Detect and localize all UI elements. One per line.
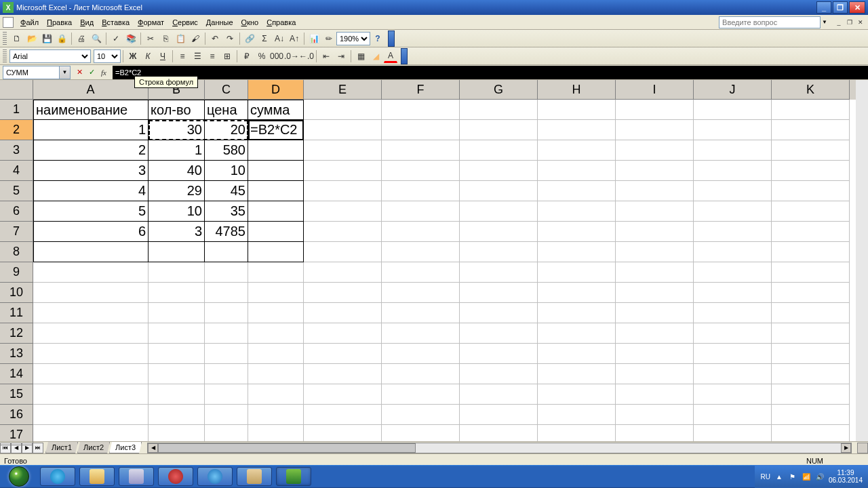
cell-K4[interactable] xyxy=(772,161,850,181)
cell-B2[interactable]: 30 xyxy=(149,120,205,140)
cell-K1[interactable] xyxy=(772,100,850,120)
row-header-12[interactable]: 12 xyxy=(0,323,33,344)
cell-I12[interactable] xyxy=(616,323,694,344)
cell-B14[interactable] xyxy=(149,364,205,384)
cell-H8[interactable] xyxy=(538,242,616,262)
col-header-D[interactable]: D xyxy=(248,80,304,100)
cell-G17[interactable] xyxy=(460,425,538,441)
cell-H6[interactable] xyxy=(538,201,616,222)
mdi-restore[interactable]: ❐ xyxy=(845,18,854,27)
row-header-13[interactable]: 13 xyxy=(0,344,33,364)
cell-H2[interactable] xyxy=(538,120,616,140)
increase-decimal-button[interactable]: .0→ xyxy=(285,49,298,63)
cell-C12[interactable] xyxy=(205,323,248,344)
cell-K11[interactable] xyxy=(772,303,850,323)
cell-I15[interactable] xyxy=(616,384,694,405)
cell-D10[interactable] xyxy=(248,283,304,303)
cell-J6[interactable] xyxy=(694,201,772,222)
menu-Файл[interactable]: Файл xyxy=(16,17,43,28)
cell-H7[interactable] xyxy=(538,222,616,242)
cell-B16[interactable] xyxy=(149,405,205,425)
autosum-button[interactable]: Σ xyxy=(258,32,271,45)
cell-H4[interactable] xyxy=(538,161,616,181)
font-name-select[interactable]: Arial xyxy=(9,49,91,63)
cell-A5[interactable]: 4 xyxy=(33,181,149,201)
sheet-tab-Лист2[interactable]: Лист2 xyxy=(77,442,110,453)
cell-D13[interactable] xyxy=(248,344,304,364)
col-header-H[interactable]: H xyxy=(538,80,616,100)
row-header-17[interactable]: 17 xyxy=(0,425,33,445)
hyperlink-button[interactable]: 🔗 xyxy=(243,32,256,45)
tray-up-icon[interactable]: ▲ xyxy=(774,472,784,481)
cell-B4[interactable]: 40 xyxy=(149,161,205,181)
toolbar-grip[interactable] xyxy=(3,32,7,45)
cell-B15[interactable] xyxy=(149,384,205,405)
cell-G2[interactable] xyxy=(460,120,538,140)
menu-Формат[interactable]: Формат xyxy=(134,17,168,28)
cell-F16[interactable] xyxy=(382,405,460,425)
cell-H15[interactable] xyxy=(538,384,616,405)
cell-B6[interactable]: 10 xyxy=(149,201,205,222)
drawing-button[interactable]: ✏ xyxy=(322,32,336,45)
cell-B5[interactable]: 29 xyxy=(149,181,205,201)
cell-J3[interactable] xyxy=(694,140,772,161)
cell-F10[interactable] xyxy=(382,283,460,303)
cell-F2[interactable] xyxy=(382,120,460,140)
cell-E2[interactable] xyxy=(304,120,382,140)
cell-G9[interactable] xyxy=(460,262,538,283)
cell-D12[interactable] xyxy=(248,323,304,344)
cell-I13[interactable] xyxy=(616,344,694,364)
preview-button[interactable]: 🔍 xyxy=(90,32,103,45)
cell-B7[interactable]: 3 xyxy=(149,222,205,242)
cell-F7[interactable] xyxy=(382,222,460,242)
cell-F1[interactable] xyxy=(382,100,460,120)
toolbar-grip[interactable] xyxy=(3,49,7,63)
open-button[interactable]: 📂 xyxy=(25,32,39,45)
cell-E11[interactable] xyxy=(304,303,382,323)
cell-B10[interactable] xyxy=(149,283,205,303)
cell-F15[interactable] xyxy=(382,384,460,405)
cell-E5[interactable] xyxy=(304,181,382,201)
task-ie[interactable] xyxy=(197,467,233,486)
percent-button[interactable]: % xyxy=(255,49,269,63)
save-button[interactable]: 💾 xyxy=(40,32,54,45)
cell-H1[interactable] xyxy=(538,100,616,120)
cell-F11[interactable] xyxy=(382,303,460,323)
cell-C14[interactable] xyxy=(205,364,248,384)
row-header-5[interactable]: 5 xyxy=(0,181,33,201)
cell-J5[interactable] xyxy=(694,181,772,201)
row-header-9[interactable]: 9 xyxy=(0,262,33,283)
cell-K5[interactable] xyxy=(772,181,850,201)
cell-B17[interactable] xyxy=(149,425,205,441)
cell-J13[interactable] xyxy=(694,344,772,364)
cell-E3[interactable] xyxy=(304,140,382,161)
cell-I3[interactable] xyxy=(616,140,694,161)
font-color-button[interactable]: A xyxy=(384,49,397,63)
borders-button[interactable]: ▦ xyxy=(354,49,368,63)
comma-button[interactable]: 000 xyxy=(270,49,283,63)
task-opera[interactable] xyxy=(158,467,193,486)
cell-C6[interactable]: 35 xyxy=(205,201,248,222)
namebox-dropdown[interactable]: ▼ xyxy=(59,66,70,79)
cell-K13[interactable] xyxy=(772,344,850,364)
row-header-7[interactable]: 7 xyxy=(0,222,33,242)
cell-C7[interactable]: 4785 xyxy=(205,222,248,242)
close-button[interactable]: ✕ xyxy=(849,1,865,14)
menu-Окно[interactable]: Окно xyxy=(237,17,263,28)
namebox[interactable]: СУММ ▼ xyxy=(3,66,71,79)
cell-I16[interactable] xyxy=(616,405,694,425)
cell-grid[interactable]: наименованиекол-воценасумма13020=B2*C221… xyxy=(33,100,856,441)
start-button[interactable] xyxy=(0,465,38,488)
cell-D14[interactable] xyxy=(248,364,304,384)
cell-C1[interactable]: цена xyxy=(205,100,248,120)
cell-J2[interactable] xyxy=(694,120,772,140)
select-all-button[interactable] xyxy=(0,80,33,100)
hscroll-right[interactable]: ▶ xyxy=(841,443,851,453)
cell-G11[interactable] xyxy=(460,303,538,323)
row-header-16[interactable]: 16 xyxy=(0,405,33,425)
chart-button[interactable]: 📊 xyxy=(307,32,321,45)
decrease-decimal-button[interactable]: ←.0 xyxy=(300,49,313,63)
hscroll-thumb[interactable] xyxy=(158,443,416,453)
cell-F14[interactable] xyxy=(382,364,460,384)
cell-I11[interactable] xyxy=(616,303,694,323)
